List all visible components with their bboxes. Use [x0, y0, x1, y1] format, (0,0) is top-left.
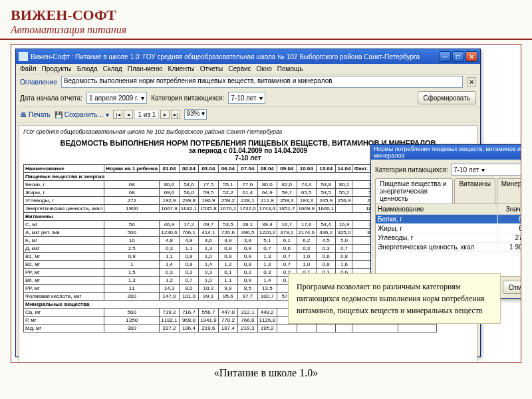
- table-cell: 1: [104, 261, 160, 269]
- modal-tab[interactable]: Пищевые вещества и энергетическая ценнос…: [375, 178, 453, 203]
- table-cell: 74,4: [297, 181, 316, 189]
- print-button[interactable]: 🖶Печать: [20, 111, 51, 118]
- grid-row[interactable]: Белки, г68,00: [376, 215, 521, 224]
- modal-cancel-button[interactable]: Отмена: [503, 281, 521, 294]
- table-cell: 100,7: [257, 293, 277, 301]
- table-cell: 4,8: [160, 237, 179, 245]
- table-cell: 0,3: [316, 245, 335, 253]
- table-cell: 9,9: [218, 285, 237, 293]
- next-page-button[interactable]: ▸: [160, 110, 170, 119]
- table-cell: 195,2: [257, 325, 277, 332]
- table-cell: 4,5: [316, 237, 335, 245]
- table-cell: 0,3: [160, 269, 179, 277]
- active-tab[interactable]: Ведомость выполнения норм потребления пи…: [61, 76, 463, 88]
- table-cell: Фолиевая кислота, мкг: [24, 293, 104, 301]
- table-cell: 1,3: [257, 253, 277, 261]
- brand-name: ВИЖЕН-СОФТ: [0, 0, 532, 24]
- table-cell: 0,9: [238, 245, 257, 253]
- table-cell: 227,2: [160, 325, 179, 332]
- menu-item[interactable]: Окно: [257, 65, 272, 72]
- table-cell: 968,0: [179, 317, 198, 325]
- table-cell: 3,8: [238, 237, 257, 245]
- table-cell: 16,7: [277, 221, 297, 229]
- table-cell: 1,1: [179, 245, 198, 253]
- table-cell: 300: [104, 325, 160, 332]
- date-start-label: Дата начала отчета:: [20, 94, 82, 102]
- table-cell: 1,3: [104, 277, 160, 285]
- prev-page-button[interactable]: ◂: [124, 110, 133, 119]
- table-cell: 1,3: [257, 261, 277, 269]
- table-cell: 55,1: [218, 181, 237, 189]
- table-cell: 69,6: [160, 189, 179, 197]
- table-cell: 65,5: [297, 189, 316, 197]
- table-cell: 2,5: [104, 245, 160, 253]
- menu-item[interactable]: Отчеты: [200, 65, 223, 72]
- date-start-field[interactable]: 1 апреля 2009 г. ▾: [86, 92, 147, 104]
- table-cell: Жиры, г: [24, 189, 104, 197]
- category-field[interactable]: 7-10 лет ▾: [228, 92, 265, 104]
- menu-item[interactable]: План-меню: [128, 65, 163, 72]
- table-cell: 0,3: [297, 245, 316, 253]
- table-cell: 770,2: [218, 317, 237, 325]
- table-cell: [352, 325, 398, 332]
- table-cell: 53,5: [316, 189, 335, 197]
- table-cell: 54,4: [316, 221, 335, 229]
- table-cell: 1640,1: [316, 205, 335, 213]
- table-cell: 6,2: [297, 237, 316, 245]
- report-org: ГОУ средняя общеобразовательная школа № …: [23, 128, 473, 135]
- table-cell: 1,5: [104, 269, 160, 277]
- toc-label[interactable]: Оглавление: [20, 78, 57, 86]
- modal-category-field[interactable]: 7-10 лет ▾: [451, 164, 521, 176]
- column-header: 08.04: [257, 165, 277, 173]
- menu-item[interactable]: Склад: [103, 65, 122, 72]
- zoom-select[interactable]: 93% ▾: [184, 109, 207, 120]
- table-cell: [316, 325, 335, 332]
- first-page-button[interactable]: |◂: [113, 110, 122, 119]
- table-cell: Д, мкг: [24, 245, 104, 253]
- table-cell: 1,4: [160, 261, 179, 269]
- modal-tab[interactable]: Витамины: [454, 178, 495, 203]
- table-cell: 436,2: [316, 229, 335, 237]
- modal-category-label: Категория питающихся:: [375, 166, 448, 174]
- table-cell: 0,9: [218, 253, 237, 261]
- menu-item[interactable]: Клиенты: [168, 65, 195, 72]
- save-button[interactable]: 💾Сохранить…▾: [55, 111, 110, 118]
- column-header: Наименование: [24, 165, 104, 173]
- column-header: 09.04: [277, 165, 297, 173]
- generate-button[interactable]: Сформировать: [418, 91, 477, 104]
- printer-icon: 🖶: [20, 111, 27, 118]
- grid-row[interactable]: Углеводы, г272,00: [376, 233, 521, 243]
- table-cell: 726,6: [218, 229, 237, 237]
- table-cell: 50: [104, 221, 160, 229]
- last-page-button[interactable]: ▸|: [171, 110, 180, 119]
- category-label: Категория питающихся:: [151, 94, 224, 102]
- table-cell: 1941,9: [199, 317, 218, 325]
- dropdown-icon: ▾: [259, 94, 263, 102]
- table-cell: Белки, г: [24, 181, 104, 189]
- table-cell: 17,6: [297, 221, 316, 229]
- date-start-value: 1 апреля 2009 г.: [89, 94, 138, 102]
- table-cell: [297, 325, 316, 332]
- table-cell: В1, мг: [24, 253, 104, 261]
- table-cell: 68: [104, 189, 160, 197]
- table-cell: 0,8: [238, 261, 257, 269]
- menu-item[interactable]: Файл: [20, 65, 37, 72]
- menu-item[interactable]: Сервис: [228, 65, 251, 72]
- close-button[interactable]: ✕: [466, 51, 477, 62]
- table-cell: 0,1: [218, 269, 237, 277]
- menu-item[interactable]: Помощь: [277, 65, 303, 72]
- brand-tagline: Автоматизация питания: [0, 24, 532, 40]
- grid-row[interactable]: Жиры, г68,00: [376, 224, 521, 233]
- table-cell: 11: [104, 285, 160, 293]
- menu-item[interactable]: Продукты: [42, 65, 72, 72]
- minimize-button[interactable]: ─: [439, 51, 451, 62]
- menu-item[interactable]: Блюда: [77, 65, 98, 72]
- table-cell: 396,5: [238, 229, 257, 237]
- table-cell: 97,7: [238, 293, 257, 301]
- grid-row[interactable]: Энергетическая ценность, ккал1 900,00: [376, 243, 521, 252]
- modal-tab[interactable]: Минералы: [497, 178, 521, 203]
- close-tab-icon[interactable]: ✕: [467, 77, 476, 86]
- maximize-button[interactable]: □: [452, 51, 464, 62]
- table-cell: 190,9: [199, 197, 218, 205]
- table-cell: 1,0: [297, 261, 316, 269]
